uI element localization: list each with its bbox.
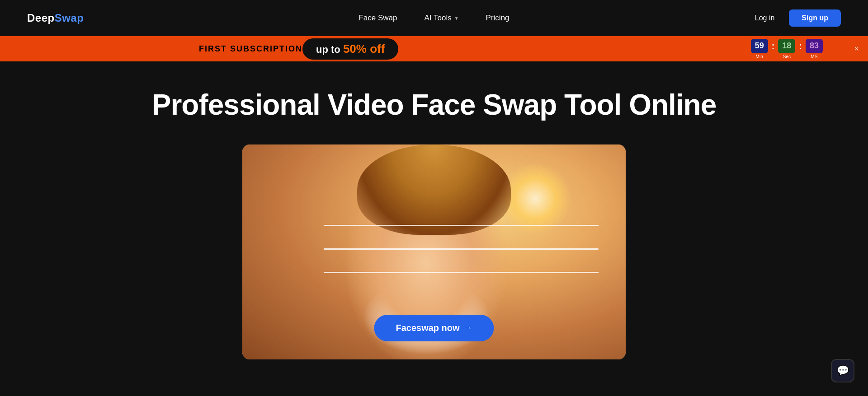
logo-text-swap: Swap xyxy=(55,12,84,24)
navbar: DeepSwap Face Swap AI Tools ▼ Pricing Lo… xyxy=(0,0,868,36)
chat-icon: 💬 xyxy=(837,365,849,377)
hair xyxy=(357,144,511,235)
faceswap-arrow-icon: → xyxy=(464,323,472,333)
faceswap-now-button[interactable]: Faceswap now → xyxy=(374,315,494,341)
page-title: Professional Video Face Swap Tool Online xyxy=(152,89,717,122)
timer-ms-label: MS xyxy=(811,54,818,59)
banner-offer-percent-val: 50% off xyxy=(343,42,385,56)
hero-image: Faceswap now → xyxy=(242,144,626,359)
face-swap-label: Face Swap xyxy=(359,14,397,23)
banner-offer[interactable]: up to 50% off xyxy=(302,38,398,60)
timer-seconds-label: Sec xyxy=(783,54,791,59)
nav-pricing[interactable]: Pricing xyxy=(486,14,509,23)
timer-colon-2: : xyxy=(799,41,802,51)
banner-subscription-label: FIRST SUBSCRIPTION xyxy=(199,44,302,54)
timer-seconds: 18 Sec xyxy=(778,39,795,59)
banner-close-button[interactable]: × xyxy=(854,44,859,54)
chat-widget[interactable]: 💬 xyxy=(831,359,854,382)
banner-timer: 59 Min : 18 Sec : 83 MS xyxy=(751,39,823,59)
timer-ms: 83 MS xyxy=(806,39,823,59)
logo[interactable]: DeepSwap xyxy=(27,12,84,24)
login-button[interactable]: Log in xyxy=(748,10,782,26)
main-content: Professional Video Face Swap Tool Online… xyxy=(0,61,868,377)
ai-tools-label: AI Tools xyxy=(425,14,452,23)
timer-minutes-label: Min xyxy=(756,54,763,59)
auth-buttons: Log in Sign up xyxy=(748,9,841,27)
signup-button[interactable]: Sign up xyxy=(789,9,841,27)
nav-links: Face Swap AI Tools ▼ Pricing xyxy=(359,14,509,23)
faceswap-button-label: Faceswap now xyxy=(396,323,459,333)
logo-text-deep: Deep xyxy=(27,12,55,24)
timer-ms-value: 83 xyxy=(806,39,823,53)
nav-ai-tools[interactable]: AI Tools ▼ xyxy=(425,14,459,23)
pricing-label: Pricing xyxy=(486,14,509,23)
timer-minutes-value: 59 xyxy=(751,39,768,53)
promo-banner: FIRST SUBSCRIPTION up to 50% off 59 Min … xyxy=(0,36,868,61)
timer-seconds-value: 18 xyxy=(778,39,795,53)
banner-offer-prefix: up to xyxy=(316,44,340,55)
timer-minutes: 59 Min xyxy=(751,39,768,59)
timer-colon-1: : xyxy=(772,41,775,51)
nav-face-swap[interactable]: Face Swap xyxy=(359,14,397,23)
ai-tools-chevron-icon: ▼ xyxy=(454,16,459,21)
